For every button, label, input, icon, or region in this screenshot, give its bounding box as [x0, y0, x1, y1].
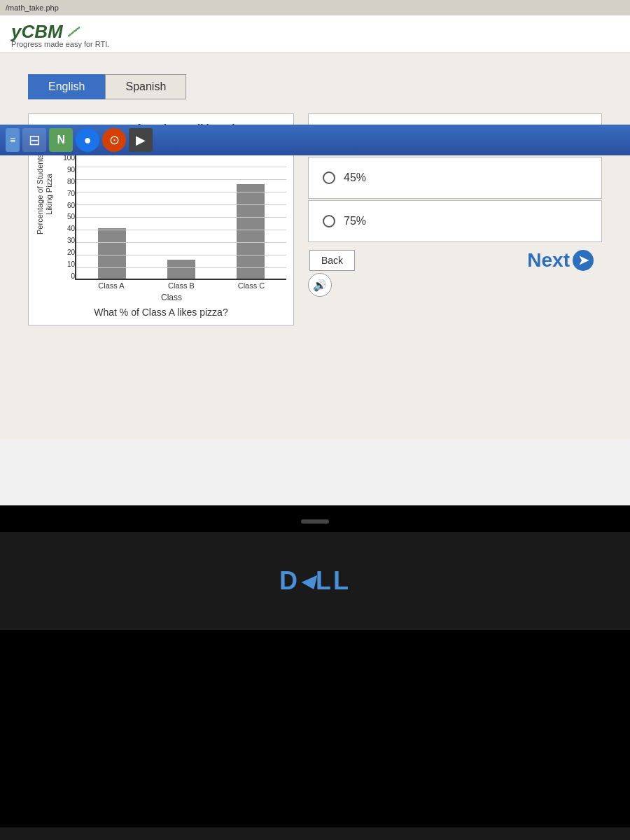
bar-class-a	[98, 228, 126, 279]
audio-icon: 🔊	[313, 279, 327, 292]
grid-60	[76, 204, 286, 205]
x-axis-labels: Class A Class B Class C	[57, 281, 286, 290]
answer-text-3: 75%	[344, 215, 366, 227]
header: yCBM⟋ Progress made easy for RTI.	[0, 15, 630, 53]
logo-text: yCBM	[11, 21, 63, 42]
bar-group-c	[221, 184, 279, 279]
tab-spanish[interactable]: Spanish	[105, 74, 186, 99]
answer-text-2: 45%	[344, 172, 366, 184]
next-button[interactable]: Next ➤	[527, 249, 594, 272]
url-bar: /math_take.php	[0, 0, 630, 15]
grid-20	[76, 255, 286, 255]
tab-english[interactable]: English	[28, 74, 105, 99]
logo-tagline: Progress made easy for RTI.	[11, 40, 619, 48]
taskbar-app-3[interactable]: ●	[76, 128, 99, 152]
y-axis-numbers: 100 90 80 70 60 50 40 30 20 10 0	[57, 154, 75, 280]
bars-area	[75, 154, 286, 280]
taskbar-app-4[interactable]: ⊙	[102, 128, 126, 152]
chart-with-axes: 100 90 80 70 60 50 40 30 20 10 0	[57, 154, 286, 302]
taskbar-start[interactable]: ≡	[6, 128, 20, 152]
grid-90	[76, 167, 286, 167]
x-axis-title: Class	[57, 293, 286, 302]
main-content: yCBM⟋ Progress made easy for RTI. Englis…	[0, 15, 630, 505]
chart-area: Percentage of Students Liking Pizza 100 …	[36, 154, 286, 302]
chart-inner-wrap: 100 90 80 70 60 50 40 30 20 10 0	[57, 154, 286, 280]
grid-10	[76, 267, 286, 268]
nav-row: Back Next ➤	[308, 249, 602, 272]
next-label: Next	[527, 249, 570, 272]
dell-logo-text: D◂LL	[279, 566, 351, 595]
grid-30	[76, 242, 286, 243]
answer-option-2[interactable]: 45%	[308, 157, 602, 199]
next-arrow-icon: ➤	[573, 250, 594, 271]
question-text: What % of Class A likes pizza?	[36, 307, 286, 318]
x-label-a: Class A	[76, 281, 146, 290]
taskbar-app-5[interactable]: ▶	[129, 128, 153, 152]
content-area: English Spanish Percentage of Students L…	[0, 53, 630, 438]
answer-option-3[interactable]: 75%	[308, 200, 602, 242]
x-label-b: Class B	[146, 281, 216, 290]
y-axis-label: Percentage of Students Liking Pizza	[36, 154, 57, 241]
radio-2[interactable]	[323, 172, 335, 184]
taskbar: ≡ ⊟ N ● ⊙ ▶	[0, 125, 630, 155]
bar-class-b	[167, 260, 195, 279]
language-tabs: English Spanish	[28, 74, 602, 99]
x-label-c: Class C	[216, 281, 286, 290]
audio-button[interactable]: 🔊	[308, 273, 332, 297]
back-button[interactable]: Back	[309, 250, 355, 271]
bar-group-a	[83, 228, 141, 279]
grid-80	[76, 179, 286, 180]
bar-group-b	[153, 260, 211, 279]
taskbar-app-1[interactable]: ⊟	[22, 128, 46, 152]
taskbar-app-2[interactable]: N	[49, 128, 73, 152]
dell-logo: D◂LL	[279, 566, 351, 596]
grid-70	[76, 192, 286, 192]
bars-container	[76, 154, 286, 279]
dell-area: D◂LL	[0, 532, 630, 630]
power-bar	[301, 519, 329, 524]
bar-class-c	[237, 184, 265, 279]
grid-50	[76, 217, 286, 218]
power-indicator	[0, 505, 630, 524]
url-text: /math_take.php	[6, 4, 59, 12]
radio-3[interactable]	[323, 215, 335, 227]
logo-arrow: ⟋	[63, 21, 81, 42]
grid-40	[76, 230, 286, 230]
